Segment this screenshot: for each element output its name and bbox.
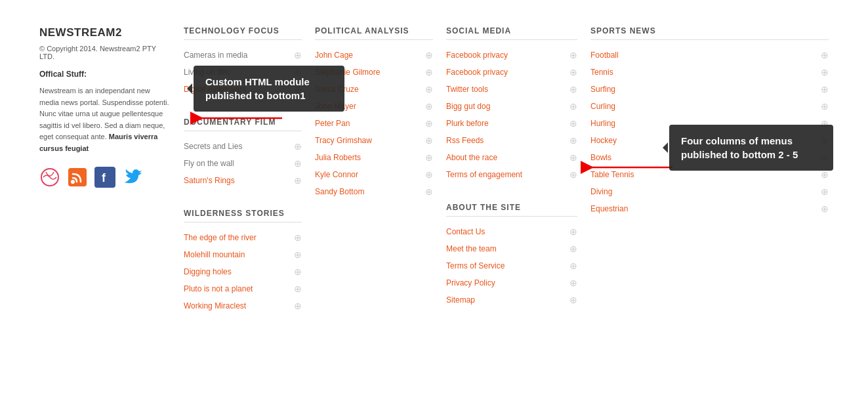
menu-item[interactable]: Julia Roberts ⊕ xyxy=(315,149,433,166)
plus-circle-icon: ⊕ xyxy=(425,67,433,77)
brand-title: NEWSTREAM2 xyxy=(39,26,171,39)
sports-news-title: SPORTS NEWS xyxy=(590,26,829,40)
menu-item[interactable]: Surfing ⊕ xyxy=(590,81,829,98)
menu-item[interactable]: Hockey ⊕ xyxy=(590,132,829,149)
menu-item[interactable]: Stephanie Gilmore ⊕ xyxy=(315,64,433,81)
menu-item-label: Santa Cruze xyxy=(315,85,359,94)
menu-item[interactable]: Meet the team ⊕ xyxy=(446,240,577,257)
menu-item[interactable]: The edge of the river ⊕ xyxy=(184,229,302,246)
brand-description: Newstream is an independant new media ne… xyxy=(39,85,171,155)
menu-item-label: Digital makeovers xyxy=(184,85,246,94)
menu-item[interactable]: Equestrian ⊕ xyxy=(590,200,829,217)
menu-item[interactable]: Twitter tools ⊕ xyxy=(446,81,577,98)
menu-item[interactable]: Tracy Grimshaw ⊕ xyxy=(315,132,433,149)
wilderness-stories-title: WILDERNESS STORIES xyxy=(184,209,302,223)
plus-circle-icon: ⊕ xyxy=(569,50,577,60)
menu-item[interactable]: Santa Cruze ⊕ xyxy=(315,81,433,98)
menu-item-label: The edge of the river xyxy=(184,233,257,242)
wilderness-stories-section: WILDERNESS STORIES The edge of the river… xyxy=(184,209,302,314)
sports-news-section: SPORTS NEWS Football ⊕ Tennis ⊕ Surfing … xyxy=(590,26,829,217)
plus-circle-icon: ⊕ xyxy=(821,152,829,163)
menu-item-label: Meet the team xyxy=(446,244,497,253)
brand-copyright: © Copyright 2014. Newstream2 PTY LTD. xyxy=(39,45,171,60)
plus-circle-icon: ⊕ xyxy=(425,152,433,163)
facebook-icon[interactable]: f xyxy=(94,167,115,188)
menu-item[interactable]: Tennis ⊕ xyxy=(590,64,829,81)
menu-item[interactable]: Working Miraclest ⊕ xyxy=(184,297,302,314)
menu-item[interactable]: Facebook privacy ⊕ xyxy=(446,64,577,81)
menu-item-label: Bigg gut dog xyxy=(446,102,490,111)
menu-item[interactable]: Facebook privacy ⊕ xyxy=(446,47,577,64)
about-the-site-title: ABOUT THE SITE xyxy=(446,203,577,217)
menu-item[interactable]: Peter Pan ⊕ xyxy=(315,115,433,132)
col-sports-news: SPORTS NEWS Football ⊕ Tennis ⊕ Surfing … xyxy=(590,26,829,334)
menu-item[interactable]: Hurling ⊕ xyxy=(590,115,829,132)
menu-item[interactable]: Rss Feeds ⊕ xyxy=(446,132,577,149)
menu-item[interactable]: Plurk before ⊕ xyxy=(446,115,577,132)
menu-item[interactable]: Terms of engagement ⊕ xyxy=(446,166,577,183)
menu-item[interactable]: Digital makeovers ⊕ xyxy=(184,81,302,98)
plus-circle-icon: ⊕ xyxy=(425,50,433,60)
plus-circle-icon: ⊕ xyxy=(294,158,302,169)
rss-icon[interactable] xyxy=(67,167,88,188)
menu-item[interactable]: Diving ⊕ xyxy=(590,183,829,200)
plus-circle-icon: ⊕ xyxy=(569,101,577,112)
plus-circle-icon: ⊕ xyxy=(425,135,433,146)
menu-item[interactable]: Pluto is not a planet ⊕ xyxy=(184,280,302,297)
menu-item[interactable]: John Mayer ⊕ xyxy=(315,98,433,115)
menu-item[interactable]: Living on film ⊕ xyxy=(184,64,302,81)
plus-circle-icon: ⊕ xyxy=(425,186,433,197)
menu-item-label: John Mayer xyxy=(315,102,356,111)
menu-item-label: Sandy Bottom xyxy=(315,187,364,196)
svg-rect-1 xyxy=(68,168,87,186)
menu-item[interactable]: Football ⊕ xyxy=(590,47,829,64)
menu-item-label: Cameras in media xyxy=(184,51,247,60)
menu-item[interactable]: Bigg gut dog ⊕ xyxy=(446,98,577,115)
plus-circle-icon: ⊕ xyxy=(425,118,433,129)
plus-circle-icon: ⊕ xyxy=(569,278,577,288)
menu-item[interactable]: Privacy Policy ⊕ xyxy=(446,274,577,291)
plus-circle-icon: ⊕ xyxy=(569,295,577,305)
plus-circle-icon: ⊕ xyxy=(821,118,829,129)
menu-item-label: Diving xyxy=(590,187,612,196)
social-media-title: SOCIAL MEDIA xyxy=(446,26,577,40)
menu-item[interactable]: Saturn's Rings ⊕ xyxy=(184,172,302,189)
menu-item-label: Saturn's Rings xyxy=(184,176,235,185)
dribbble-icon[interactable] xyxy=(39,167,60,188)
menu-item-label: Molehill mountain xyxy=(184,250,245,259)
plus-circle-icon: ⊕ xyxy=(821,186,829,197)
menu-item-label: Table Tennis xyxy=(590,170,634,179)
menu-item-label: Digging holes xyxy=(184,267,232,276)
menu-item-label: Tennis xyxy=(590,68,613,77)
menu-item-label: Living on film xyxy=(184,68,230,77)
menu-item-label: Equestrian xyxy=(590,204,628,213)
col-political-analysis: POLITICAL ANALYSIS John Cage ⊕ Stephanie… xyxy=(315,26,446,334)
twitter-icon[interactable] xyxy=(122,167,143,188)
menu-item[interactable]: Secrets and Lies ⊕ xyxy=(184,138,302,155)
menu-item[interactable]: Kyle Connor ⊕ xyxy=(315,166,433,183)
menu-item[interactable]: Table Tennis ⊕ xyxy=(590,166,829,183)
menu-item[interactable]: Sandy Bottom ⊕ xyxy=(315,183,433,200)
menu-item[interactable]: Digging holes ⊕ xyxy=(184,263,302,280)
plus-circle-icon: ⊕ xyxy=(569,135,577,146)
plus-circle-icon: ⊕ xyxy=(569,84,577,95)
menu-item[interactable]: Contact Us ⊕ xyxy=(446,223,577,240)
menu-item[interactable]: Fly on the wall ⊕ xyxy=(184,155,302,172)
menu-item[interactable]: Cameras in media ⊕ xyxy=(184,47,302,64)
plus-circle-icon: ⊕ xyxy=(294,67,302,77)
menu-item-label: Hurling xyxy=(590,119,615,128)
col-technology: TECHNOLOGY FOCUS Cameras in media ⊕ Livi… xyxy=(184,26,315,334)
plus-circle-icon: ⊕ xyxy=(821,135,829,146)
technology-focus-title: TECHNOLOGY FOCUS xyxy=(184,26,302,40)
menu-item-label: Facebook privacy xyxy=(446,68,508,77)
menu-item[interactable]: Sitemap ⊕ xyxy=(446,291,577,309)
plus-circle-icon: ⊕ xyxy=(821,84,829,95)
menu-item[interactable]: About the race ⊕ xyxy=(446,149,577,166)
plus-circle-icon: ⊕ xyxy=(821,169,829,180)
menu-item[interactable]: Molehill mountain ⊕ xyxy=(184,246,302,263)
menu-item[interactable]: Bowls ⊕ xyxy=(590,149,829,166)
menu-item[interactable]: John Cage ⊕ xyxy=(315,47,433,64)
menu-item[interactable]: Curling ⊕ xyxy=(590,98,829,115)
political-analysis-section: POLITICAL ANALYSIS John Cage ⊕ Stephanie… xyxy=(315,26,433,200)
menu-item[interactable]: Terms of Service ⊕ xyxy=(446,257,577,274)
